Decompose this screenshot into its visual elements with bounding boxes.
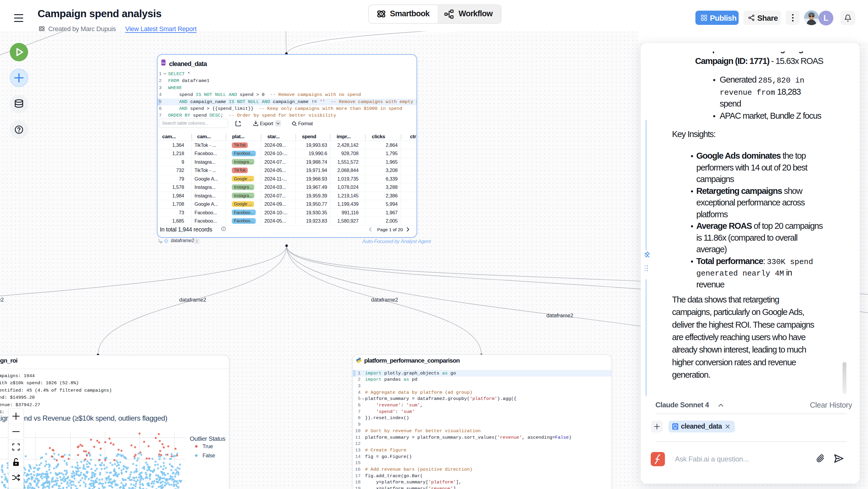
svg-text:SQL: SQL — [674, 427, 677, 429]
svg-text:SQL: SQL — [161, 62, 165, 64]
